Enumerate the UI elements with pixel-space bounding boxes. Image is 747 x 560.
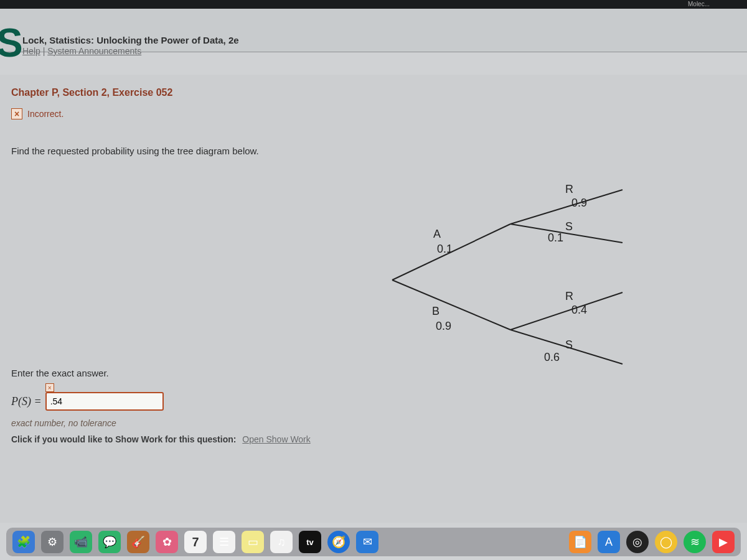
feedback-row: × Incorrect. bbox=[11, 108, 736, 119]
branch-ar-prob: 0.9 bbox=[571, 197, 587, 209]
answer-row: P(S) = × bbox=[11, 392, 736, 411]
safari-icon[interactable]: 🧭 bbox=[327, 531, 350, 553]
exercise-content: Chapter P, Section 2, Exercise 052 × Inc… bbox=[0, 75, 747, 523]
system-prefs-icon[interactable]: ⚙ bbox=[41, 531, 63, 553]
spotify-icon[interactable]: ≋ bbox=[684, 531, 706, 553]
branch-a-label: A bbox=[433, 228, 441, 240]
page-header: S Lock, Statistics: Unlocking the Power … bbox=[0, 9, 747, 52]
pages-icon[interactable]: 📄 bbox=[569, 531, 591, 553]
photos-icon[interactable]: ✿ bbox=[156, 531, 178, 553]
branch-bs-label: S bbox=[565, 338, 573, 351]
book-title: Lock, Statistics: Unlocking the Power of… bbox=[22, 35, 239, 45]
mail-icon[interactable]: ✉ bbox=[356, 531, 378, 553]
chapter-title: Chapter P, Section 2, Exercise 052 bbox=[11, 87, 736, 98]
answer-prefix: P(S) = bbox=[11, 395, 42, 408]
messages-icon[interactable]: 💬 bbox=[98, 531, 121, 553]
answer-incorrect-icon: × bbox=[45, 383, 54, 392]
youtube-icon[interactable]: ▶ bbox=[712, 531, 735, 553]
answer-input-wrap: × bbox=[45, 392, 164, 411]
macos-dock: 🧩⚙📹💬🎸✿7☰▭♫tv🧭✉📄A◎◯≋▶ bbox=[6, 528, 741, 556]
site-logo: S bbox=[0, 31, 23, 55]
branch-br-prob: 0.4 bbox=[571, 304, 587, 316]
facetime-icon[interactable]: 📹 bbox=[70, 531, 92, 553]
reminders-icon[interactable]: ☰ bbox=[213, 531, 235, 553]
branch-b-prob: 0.9 bbox=[436, 320, 451, 332]
answer-input[interactable] bbox=[45, 392, 164, 411]
feedback-text: Incorrect. bbox=[27, 109, 63, 119]
notes-icon[interactable]: ▭ bbox=[242, 531, 264, 553]
header-links: Help | System Announcements bbox=[22, 46, 141, 56]
appstore-icon[interactable]: A bbox=[598, 531, 620, 553]
branch-ar-label: R bbox=[565, 183, 573, 195]
system-announcements-link[interactable]: System Announcements bbox=[47, 46, 141, 56]
garageband-icon[interactable]: 🎸 bbox=[127, 531, 149, 553]
branch-as-label: S bbox=[565, 220, 573, 233]
finder-icon[interactable]: 🧩 bbox=[12, 531, 35, 553]
branch-a-prob: 0.1 bbox=[437, 243, 453, 255]
calendar-icon[interactable]: 7 bbox=[184, 531, 207, 553]
music-icon[interactable]: ♫ bbox=[270, 531, 293, 553]
top-fragment-text: Molec... bbox=[688, 1, 710, 7]
help-link[interactable]: Help bbox=[22, 46, 40, 56]
appletv-icon[interactable]: tv bbox=[299, 531, 321, 553]
branch-as-prob: 0.1 bbox=[548, 231, 563, 244]
branch-b-label: B bbox=[432, 305, 439, 317]
show-work-row: Click if you would like to Show Work for… bbox=[11, 434, 736, 444]
branch-bs-prob: 0.6 bbox=[544, 351, 560, 363]
incorrect-icon: × bbox=[11, 108, 22, 119]
show-work-prefix: Click if you would like to Show Work for… bbox=[11, 434, 236, 444]
tree-diagram: A 0.1 B 0.9 R 0.9 S 0.1 R 0.4 S 0.6 bbox=[386, 174, 672, 386]
chrome-icon[interactable]: ◯ bbox=[655, 531, 677, 553]
instruction-text: Find the requested probability using the… bbox=[11, 146, 736, 156]
tolerance-note: exact number, no tolerance bbox=[11, 418, 736, 428]
window-top-fragment: Molec... bbox=[0, 0, 747, 9]
open-show-work-link[interactable]: Open Show Work bbox=[242, 434, 310, 444]
siri-icon[interactable]: ◎ bbox=[626, 531, 649, 553]
branch-br-label: R bbox=[565, 290, 573, 302]
